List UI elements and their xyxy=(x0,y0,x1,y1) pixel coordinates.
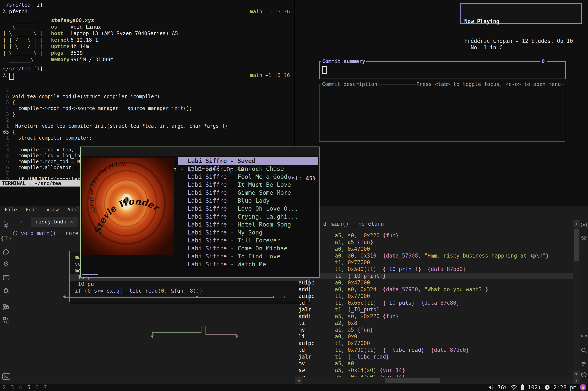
music-player-window[interactable]: [Playing] opin - 12 Etudes, Op.10 - Vol:… xyxy=(80,147,320,278)
menu-item-view[interactable]: View xyxy=(46,207,59,216)
disassembly-row[interactable]: addia5, s0, -0x220 {fun} xyxy=(295,313,573,320)
types-icon[interactable]: {T} xyxy=(0,235,12,242)
disassembly-row[interactable]: a1, a5 {fun} xyxy=(295,239,573,246)
workspace-4[interactable]: 4 xyxy=(19,384,22,391)
svg-text:T: T xyxy=(5,276,7,280)
nav-forward-button[interactable]: → xyxy=(18,217,22,225)
pfetch-field: hostLaptop 13 (AMD Ryzen 7040Series) A5 xyxy=(51,30,178,37)
scroll-left-icon[interactable]: ◀ xyxy=(295,377,302,384)
comments-icon[interactable]: ”” xyxy=(580,334,588,342)
disassembly-row[interactable]: lia0, 0x0 xyxy=(295,333,573,340)
workspace-6[interactable]: 6 xyxy=(35,384,39,391)
vertical-scrollbar[interactable]: ▲ ▼ xyxy=(573,220,580,378)
workspace-3[interactable]: 3 xyxy=(11,384,14,391)
workspace-switcher[interactable]: 234567 xyxy=(2,384,47,391)
disassembly-row[interactable]: t1, 0x77000 xyxy=(295,259,573,266)
debugger-bug-icon[interactable] xyxy=(0,287,12,295)
notification-body: Frédéric Chopin - 12 Etudes, Op.10 - No.… xyxy=(464,38,578,51)
track-row[interactable]: Labi Siffre - To Find Love xyxy=(175,252,318,260)
scroll-up-icon[interactable]: ▲ xyxy=(573,221,580,227)
scroll-right-icon[interactable]: ▶ xyxy=(574,377,580,384)
track-row[interactable]: Labi Siffre - Cannock Chase xyxy=(175,165,318,173)
volume-level: 76% xyxy=(497,384,507,391)
list-icon[interactable] xyxy=(580,359,588,367)
pfetch-field: osVoid Linux xyxy=(51,24,178,30)
tag-icon[interactable] xyxy=(0,248,12,256)
scroll-down-icon[interactable]: ▼ xyxy=(573,371,580,377)
disassembly-row[interactable]: jalrt1 {__libc_read} xyxy=(295,353,573,360)
hscroll-thumb[interactable] xyxy=(385,378,440,383)
cross-references-icon[interactable] xyxy=(0,317,12,325)
disassembly-row[interactable]: auipca0, 0x47000 xyxy=(295,279,573,286)
hierarchy-icon[interactable] xyxy=(0,304,12,312)
commit-summary-popup[interactable]: Commit summary 0 xyxy=(319,61,566,79)
track-row[interactable]: Labi Siffre - Saved xyxy=(178,157,318,165)
wifi-icon[interactable] xyxy=(511,385,517,390)
track-row[interactable]: Labi Siffre - Till Forever xyxy=(175,236,318,244)
binaryninja-menubar[interactable]: FileEditViewAnalysis xyxy=(0,207,92,216)
function-signature-bar[interactable]: void main() __nore xyxy=(12,230,78,237)
clock-icon xyxy=(544,385,550,390)
menu-item-file[interactable]: File xyxy=(5,207,17,216)
search-icon[interactable] xyxy=(580,347,588,355)
track-list[interactable]: Labi Siffre - SavedLabi Siffre - Cannock… xyxy=(175,157,318,268)
code-line: 2 xyxy=(0,141,294,147)
stack-layers-icon[interactable] xyxy=(580,235,588,242)
now-playing-notification[interactable]: Now Playing Frédéric Chopin - 12 Etudes,… xyxy=(460,3,582,24)
disassembly-row[interactable]: auipct1, 0x77000 xyxy=(295,293,573,299)
track-row[interactable]: Labi Siffre - Blue Lady xyxy=(175,197,318,205)
disassembly-row[interactable]: swa5, -0x14(s0) {var_14} xyxy=(295,367,573,374)
strings-icon[interactable]: T xyxy=(0,274,12,283)
workspace-7[interactable]: 7 xyxy=(43,384,47,391)
vscroll-thumb[interactable] xyxy=(574,229,579,261)
tab-riscy-bndb[interactable]: riscy.bndb× xyxy=(31,217,78,227)
linear-disassembly-pane[interactable]: d main() __noreturn a5, s0, -0x220 {fun}… xyxy=(295,220,573,384)
track-row[interactable]: Labi Siffre - Watch Me xyxy=(175,260,318,268)
browser-tray-icon[interactable] xyxy=(580,384,586,391)
track-row[interactable]: Labi Siffre - My Song xyxy=(175,229,318,236)
disassembly-operands: t1 {__libc_read} xyxy=(335,353,389,360)
disassembly-row[interactable]: mva5, a0 xyxy=(295,360,573,367)
track-row[interactable]: Labi Siffre - Hotel Room Song xyxy=(175,221,318,229)
disassembly-row[interactable]: t1, 0x5d0(t1) {_IO_printf} {data_87bd0} xyxy=(295,266,573,273)
disassembly-row[interactable]: addia0, a0, 0x324 {data_57930, "What do … xyxy=(295,286,573,293)
disassembly-row[interactable]: a0, 0x47000 xyxy=(295,246,573,252)
symbols-icon[interactable]: # xyxy=(0,222,12,229)
console-icon[interactable] xyxy=(0,373,12,381)
volume-icon[interactable] xyxy=(488,385,494,390)
disassembly-row[interactable]: a5, s0, -0x220 {fun} xyxy=(295,232,573,239)
disassembly-row[interactable]: t1 {_IO_printf} xyxy=(295,273,573,279)
track-row[interactable]: Labi Siffre - Love Oh Love O... xyxy=(175,205,318,213)
workspace-2[interactable]: 2 xyxy=(2,384,6,391)
disassembly-row[interactable]: a0, a0, 0x310 {data_57908, "Hmm, riscy b… xyxy=(295,252,573,259)
notification-title: Now Playing xyxy=(464,18,578,25)
disassembly-row[interactable]: ldt1, 0x66c(t1) {_IO_puts} {data_87c80} xyxy=(295,299,573,306)
terminal-cursor xyxy=(9,73,14,80)
horizontal-scrollbar[interactable]: ◀ ▶ xyxy=(295,377,580,384)
disassembly-operands: t1, 0x77000 xyxy=(335,293,370,299)
disassembly-row[interactable]: ldt1, 0x790(t1) {__libc_read} {data_87dc… xyxy=(295,347,573,353)
variables-icon[interactable]: (x) xyxy=(580,222,588,228)
track-row[interactable]: Labi Siffre - Fool Me a Good... xyxy=(175,173,318,181)
battery-icon xyxy=(520,384,524,391)
prompt-cursor-line[interactable]: λ xyxy=(3,72,6,78)
disassembly-row[interactable]: mva1, a5 {fun} xyxy=(295,326,573,333)
commit-description-popup[interactable]: Commit description Press <tab> to toggle… xyxy=(319,84,565,142)
track-row[interactable]: Labi Siffre - Gimme Some More xyxy=(175,189,318,197)
disassembly-row[interactable]: auipct1, 0x77000 xyxy=(295,340,573,347)
workspace-5[interactable]: 5 xyxy=(27,384,30,391)
disassembly-operands: a5, -0x14(s0) {var_14} xyxy=(335,367,405,374)
pfetch-fields: osVoid LinuxhostLaptop 13 (AMD Ryzen 704… xyxy=(51,24,178,63)
history-icon[interactable] xyxy=(580,371,588,379)
menu-item-edit[interactable]: Edit xyxy=(25,207,38,216)
disassembly-row[interactable]: lia2, 0x8 xyxy=(295,320,573,326)
track-row[interactable]: Labi Siffre - Crying, Laughi... xyxy=(175,213,318,221)
pfetch-user-host: stefan@s00.xyz xyxy=(51,17,94,23)
tab-close-icon[interactable]: × xyxy=(70,219,73,225)
disassembly-row[interactable]: jalrt1 {_IO_puts} xyxy=(295,306,573,313)
track-row[interactable]: Labi Siffre - It Must Be Love xyxy=(175,181,318,189)
graph-node-line: _IO_pu xyxy=(70,281,309,288)
memory-map-icon[interactable] xyxy=(0,261,12,269)
pfetch-logo: _______ _ \______ - | \ ___ \ | | | / \ … xyxy=(3,17,43,63)
track-row[interactable]: Labi Siffre - Come On Michael xyxy=(175,244,318,252)
